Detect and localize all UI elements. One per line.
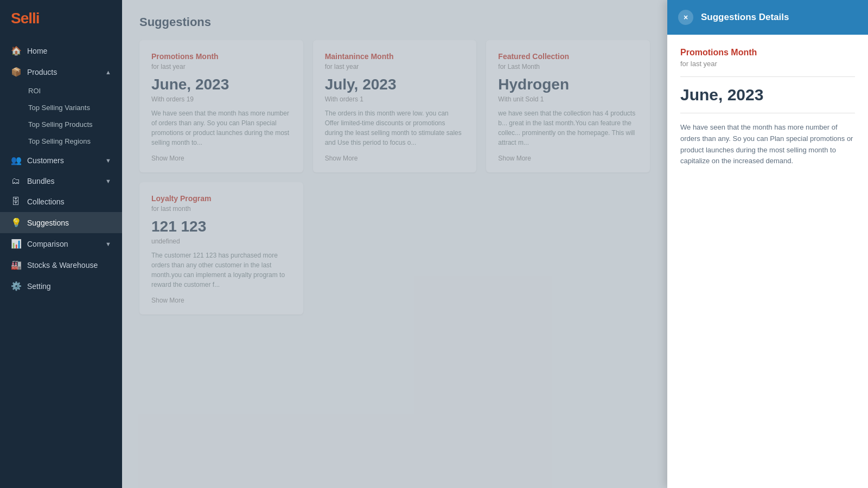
sidebar-item-stocks[interactable]: 🏭 Stocks & Warehouse	[0, 254, 122, 275]
stocks-icon: 🏭	[11, 260, 21, 270]
app-logo: Selli	[0, 0, 122, 36]
modal-overlay[interactable]	[122, 0, 667, 488]
logo-main: Sell	[11, 10, 36, 27]
sidebar-item-comparison[interactable]: 📊 Comparison ▼	[0, 233, 122, 254]
chevron-down-icon: ▼	[105, 178, 111, 184]
sidebar-item-customers[interactable]: 👥 Customers ▼	[0, 150, 122, 171]
sidebar-item-label: Comparison	[27, 240, 99, 248]
sidebar-item-suggestions[interactable]: 💡 Suggestions	[0, 212, 122, 233]
sidebar-item-label: Collections	[27, 197, 111, 206]
sidebar-item-label: Stocks & Warehouse	[27, 261, 111, 269]
detail-header: × Suggestions Details	[667, 0, 868, 35]
detail-period: for last year	[680, 60, 855, 77]
chevron-down-icon: ▼	[105, 241, 111, 247]
sidebar-item-home[interactable]: 🏠 Home	[0, 40, 122, 61]
sidebar: Selli 🏠 Home 📦 Products ▲ ROI Top Sellin…	[0, 0, 122, 488]
setting-icon: ⚙️	[11, 281, 21, 291]
bundles-icon: 🗂	[11, 176, 21, 186]
sidebar-item-label: Customers	[27, 156, 99, 165]
sub-item-label: ROI	[28, 87, 41, 95]
detail-panel: × Suggestions Details Promotions Month f…	[667, 0, 868, 488]
sidebar-item-label: Setting	[27, 282, 111, 291]
sidebar-item-label: Home	[27, 47, 111, 55]
detail-description: We have seen that the month has more num…	[680, 122, 855, 167]
home-icon: 🏠	[11, 46, 21, 56]
sub-item-label: Top Selling Products	[28, 120, 93, 129]
detail-body: Promotions Month for last year June, 202…	[667, 35, 868, 488]
sidebar-item-setting[interactable]: ⚙️ Setting	[0, 275, 122, 297]
sidebar-item-collections[interactable]: 🗄 Collections	[0, 191, 122, 212]
logo-accent: i	[36, 10, 40, 27]
suggestions-icon: 💡	[11, 217, 21, 228]
chevron-up-icon: ▲	[105, 69, 111, 75]
detail-header-title: Suggestions Details	[701, 12, 789, 23]
sidebar-item-products[interactable]: 📦 Products ▲	[0, 61, 122, 82]
sidebar-item-label: Suggestions	[27, 219, 111, 227]
sidebar-item-bundles[interactable]: 🗂 Bundles ▼	[0, 171, 122, 191]
collections-icon: 🗄	[11, 197, 21, 207]
comparison-icon: 📊	[11, 239, 21, 249]
chevron-down-icon: ▼	[105, 157, 111, 164]
customers-icon: 👥	[11, 155, 21, 165]
sidebar-item-label: Bundles	[27, 177, 99, 185]
sidebar-item-label: Products	[27, 68, 99, 76]
sidebar-nav: 🏠 Home 📦 Products ▲ ROI Top Selling Vari…	[0, 36, 122, 488]
sub-item-label: Top Selling Regions	[28, 137, 91, 145]
detail-category: Promotions Month	[680, 48, 855, 57]
detail-value: June, 2023	[680, 86, 855, 113]
close-button[interactable]: ×	[678, 10, 693, 25]
sub-item-label: Top Selling Variants	[28, 104, 90, 112]
sidebar-item-roi[interactable]: ROI	[0, 82, 122, 99]
sidebar-item-top-selling-regions[interactable]: Top Selling Regions	[0, 133, 122, 150]
products-icon: 📦	[11, 67, 21, 77]
sidebar-item-top-selling-variants[interactable]: Top Selling Variants	[0, 99, 122, 116]
sidebar-item-top-selling-products[interactable]: Top Selling Products	[0, 116, 122, 133]
main-content: Suggestions Promotions Month for last ye…	[122, 0, 667, 488]
